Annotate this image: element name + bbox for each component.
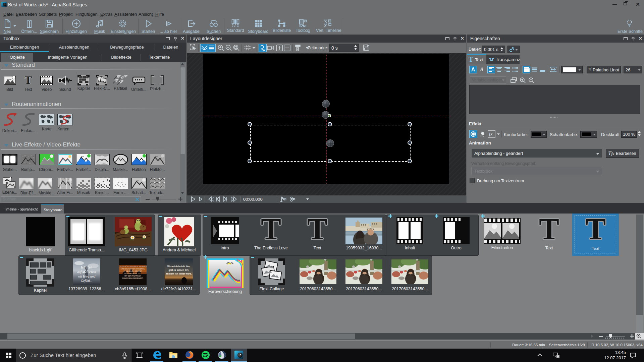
svg-text:gibt es keinen Ort,: gibt es keinen Ort, <box>168 269 189 272</box>
svg-text:MIT DEN RICHTIGEN: MIT DEN RICHTIGEN <box>124 275 141 277</box>
svg-text:Wenn ich bei dir bin,: Wenn ich bei dir bin, <box>167 265 190 268</box>
svg-text:DIE SCHÖNSTEN DINGE IM LEBEN: DIE SCHÖNSTEN DINGE IM LEBEN <box>119 265 147 267</box>
svg-text:IN DENEN DU SPÜRST,: IN DENEN DU SPÜRST, <box>123 270 142 272</box>
svg-text:SIND DIE KLEINEN MOMENTE,: SIND DIE KLEINEN MOMENTE, <box>121 268 145 270</box>
svg-text:auf Menschen: auf Menschen <box>77 270 96 274</box>
svg-text:MENSCHEN VERBRINGST.: MENSCHEN VERBRINGST. <box>122 277 143 279</box>
svg-text:Gefühl...: Gefühl... <box>81 279 93 283</box>
svg-text:DASS DU DEINE ZEIT: DASS DU DEINE ZEIT <box>124 273 141 275</box>
svg-text:an dem ich lieber wäre.: an dem ich lieber wäre. <box>166 273 192 275</box>
svg-text:Ich steh: Ich steh <box>80 265 93 269</box>
svg-text:mit Herz und: mit Herz und <box>78 275 96 278</box>
